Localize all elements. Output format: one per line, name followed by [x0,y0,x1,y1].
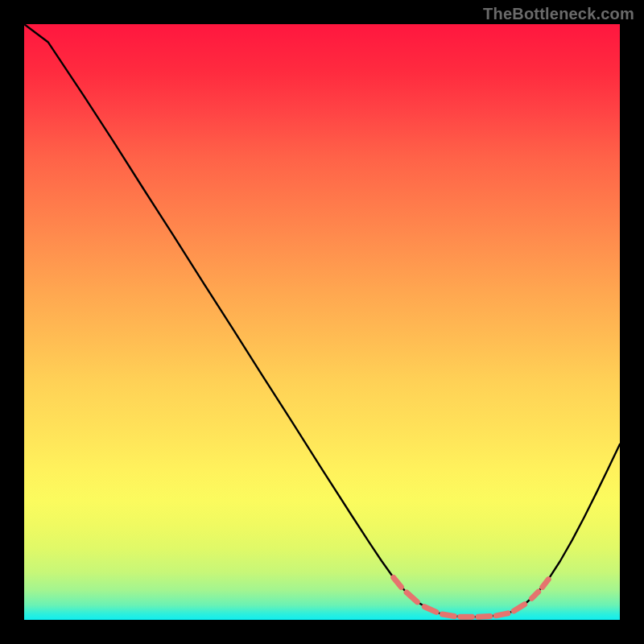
dashed-bottom-segments [394,577,548,617]
plot-area [24,24,620,620]
dashed-segment [407,592,417,602]
main-curve-line [24,24,620,617]
dashed-segment [424,607,436,613]
dashed-segment [442,614,454,617]
dashed-segment [531,592,538,598]
curve-layer [24,24,620,620]
dashed-segment [543,580,548,588]
dashed-segment [514,605,524,611]
attribution-text: TheBottleneck.com [483,5,634,23]
dashed-segment [478,617,490,617]
dashed-segment [496,613,508,616]
bottleneck-chart: TheBottleneck.com [0,0,644,644]
dashed-segment [394,577,402,587]
